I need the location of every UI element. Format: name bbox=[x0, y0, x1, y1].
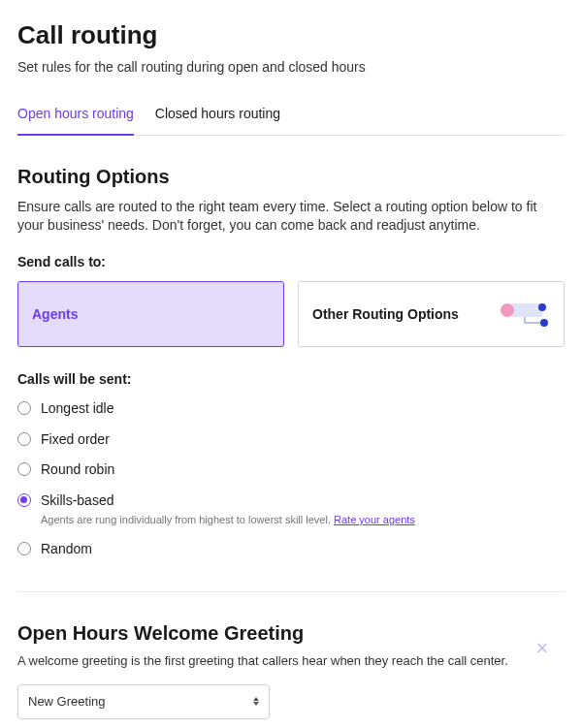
card-other-routing[interactable]: Other Routing Options bbox=[298, 281, 565, 347]
greeting-desc: A welcome greeting is the first greeting… bbox=[17, 652, 565, 670]
tab-closed-hours[interactable]: Closed hours routing bbox=[155, 95, 280, 136]
svg-point-1 bbox=[501, 303, 514, 317]
radio-icon bbox=[17, 432, 31, 446]
radio-round-robin[interactable]: Round robin bbox=[17, 460, 565, 480]
radio-round-robin-label: Round robin bbox=[41, 460, 114, 480]
card-other-routing-label: Other Routing Options bbox=[312, 305, 459, 325]
radio-fixed-order-label: Fixed order bbox=[41, 430, 110, 450]
send-calls-label: Send calls to: bbox=[17, 253, 565, 272]
calls-sent-radio-list: Longest idle Fixed order Round robin Ski… bbox=[17, 399, 565, 558]
greeting-select-value: New Greeting bbox=[28, 693, 105, 711]
card-agents[interactable]: Agents bbox=[17, 281, 284, 347]
close-icon[interactable]: × bbox=[530, 636, 555, 661]
page-title: Call routing bbox=[17, 17, 565, 52]
greeting-select[interactable]: New Greeting bbox=[17, 684, 270, 719]
divider bbox=[17, 591, 565, 592]
tab-open-hours[interactable]: Open hours routing bbox=[17, 95, 134, 136]
radio-skills-based-label: Skills-based bbox=[41, 491, 415, 511]
radio-longest-idle-label: Longest idle bbox=[41, 399, 114, 419]
svg-point-3 bbox=[540, 319, 548, 327]
radio-icon bbox=[17, 493, 31, 507]
radio-icon bbox=[17, 462, 31, 476]
sort-icon bbox=[253, 697, 259, 706]
radio-skills-based[interactable]: Skills-based Agents are rung individuall… bbox=[17, 491, 565, 528]
radio-longest-idle[interactable]: Longest idle bbox=[17, 399, 565, 419]
radio-skills-based-hint: Agents are rung individually from highes… bbox=[41, 513, 415, 527]
svg-rect-0 bbox=[511, 303, 542, 317]
radio-random-label: Random bbox=[41, 540, 92, 559]
page-subtitle: Set rules for the call routing during op… bbox=[17, 58, 565, 78]
send-calls-cards: Agents Other Routing Options bbox=[17, 281, 565, 347]
calls-sent-label: Calls will be sent: bbox=[17, 370, 565, 390]
radio-random[interactable]: Random bbox=[17, 540, 565, 559]
greeting-title: Open Hours Welcome Greeting bbox=[17, 619, 565, 647]
svg-point-2 bbox=[538, 303, 546, 311]
radio-icon bbox=[17, 542, 31, 555]
tabs: Open hours routing Closed hours routing bbox=[17, 95, 565, 136]
rate-agents-link[interactable]: Rate your agents bbox=[334, 514, 415, 525]
radio-icon bbox=[17, 401, 31, 415]
radio-skills-based-hint-text: Agents are rung individually from highes… bbox=[41, 514, 331, 525]
routing-illustration-icon bbox=[496, 300, 550, 329]
greeting-section: Open Hours Welcome Greeting A welcome gr… bbox=[17, 619, 565, 718]
routing-section: Routing Options Ensure calls are routed … bbox=[17, 163, 565, 559]
card-agents-label: Agents bbox=[32, 305, 78, 325]
radio-fixed-order[interactable]: Fixed order bbox=[17, 430, 565, 450]
routing-desc: Ensure calls are routed to the right tea… bbox=[17, 198, 565, 236]
routing-title: Routing Options bbox=[17, 163, 565, 190]
